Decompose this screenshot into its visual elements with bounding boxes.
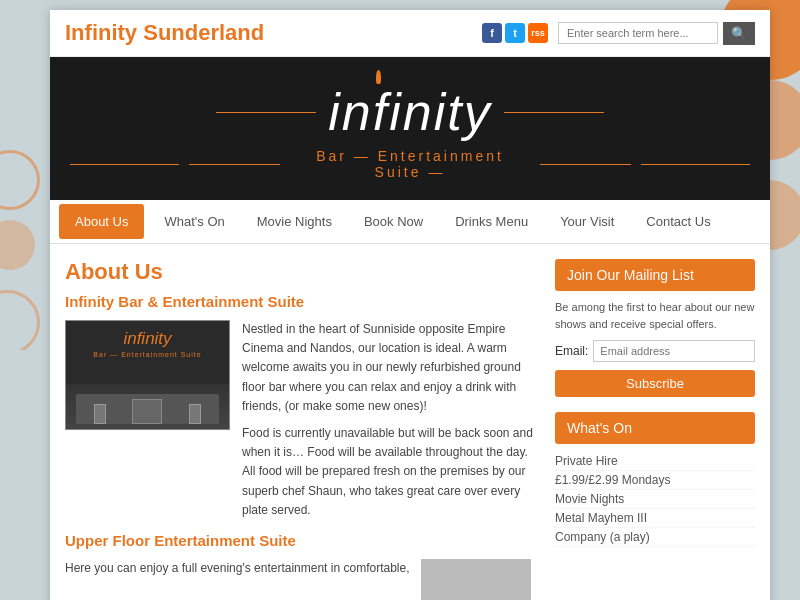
- sidebar: Join Our Mailing List Be among the first…: [555, 259, 755, 600]
- email-row: Email:: [555, 340, 755, 362]
- twitter-icon[interactable]: t: [505, 23, 525, 43]
- search-button[interactable]: 🔍: [723, 22, 755, 45]
- site-title: Infinity Sunderland: [65, 20, 482, 46]
- facebook-icon[interactable]: f: [482, 23, 502, 43]
- rss-icon[interactable]: rss: [528, 23, 548, 43]
- header-right: f t rss 🔍: [482, 22, 755, 45]
- whats-on-list-item[interactable]: Metal Mayhem III: [555, 511, 647, 525]
- page-title: About Us: [65, 259, 535, 285]
- whats-on-list-item[interactable]: Movie Nights: [555, 492, 624, 506]
- whats-on-list-item[interactable]: Company (a play): [555, 530, 650, 544]
- social-icons: f t rss: [482, 23, 548, 43]
- nav-bar: About Us What's On Movie Nights Book Now…: [50, 200, 770, 244]
- whats-on-heading: What's On: [555, 412, 755, 444]
- nav-item-about-us[interactable]: About Us: [59, 204, 144, 239]
- site-header: Infinity Sunderland f t rss 🔍: [50, 10, 770, 57]
- hero-logo: infinity: [316, 82, 503, 142]
- content-area: About Us Infinity Bar & Entertainment Su…: [50, 244, 770, 600]
- lower-venue-image: [421, 559, 531, 600]
- hero-subtitle: Bar — Entertainment Suite —: [70, 148, 750, 180]
- nav-item-contact-us[interactable]: Contact Us: [630, 200, 726, 243]
- section1-heading: Infinity Bar & Entertainment Suite: [65, 293, 535, 310]
- mailing-list-desc: Be among the first to hear about our new…: [555, 299, 755, 332]
- nav-item-drinks-menu[interactable]: Drinks Menu: [439, 200, 544, 243]
- mailing-list-widget: Join Our Mailing List Be among the first…: [555, 259, 755, 397]
- lower-content-block: Here you can enjoy a full evening's ente…: [65, 559, 535, 600]
- whats-on-list: Private Hire£1.99/£2.99 MondaysMovie Nig…: [555, 452, 755, 547]
- main-content: About Us Infinity Bar & Entertainment Su…: [65, 259, 535, 600]
- whats-on-widget: What's On Private Hire£1.99/£2.99 Monday…: [555, 412, 755, 547]
- nav-item-your-visit[interactable]: Your Visit: [544, 200, 630, 243]
- section1-block: infinity Bar — Entertainment Suite Nestl…: [65, 320, 535, 520]
- subscribe-button[interactable]: Subscribe: [555, 370, 755, 397]
- email-label: Email:: [555, 344, 588, 358]
- hero-banner: infinity Bar — Entertainment Suite —: [50, 57, 770, 200]
- venue-image: infinity Bar — Entertainment Suite: [65, 320, 230, 430]
- mailing-list-heading: Join Our Mailing List: [555, 259, 755, 291]
- section2-block: Upper Floor Entertainment Suite Here you…: [65, 532, 535, 600]
- section2-heading: Upper Floor Entertainment Suite: [65, 532, 535, 549]
- section2-text: Here you can enjoy a full evening's ente…: [65, 559, 409, 600]
- whats-on-list-item[interactable]: Private Hire: [555, 454, 618, 468]
- nav-item-movie-nights[interactable]: Movie Nights: [241, 200, 348, 243]
- candle-flame: [376, 70, 381, 84]
- nav-item-whats-on[interactable]: What's On: [148, 200, 240, 243]
- search-input[interactable]: [558, 22, 718, 44]
- whats-on-list-item[interactable]: £1.99/£2.99 Mondays: [555, 473, 670, 487]
- nav-item-book-now[interactable]: Book Now: [348, 200, 439, 243]
- section1-text: Nestled in the heart of Sunniside opposi…: [242, 320, 535, 520]
- email-input[interactable]: [593, 340, 755, 362]
